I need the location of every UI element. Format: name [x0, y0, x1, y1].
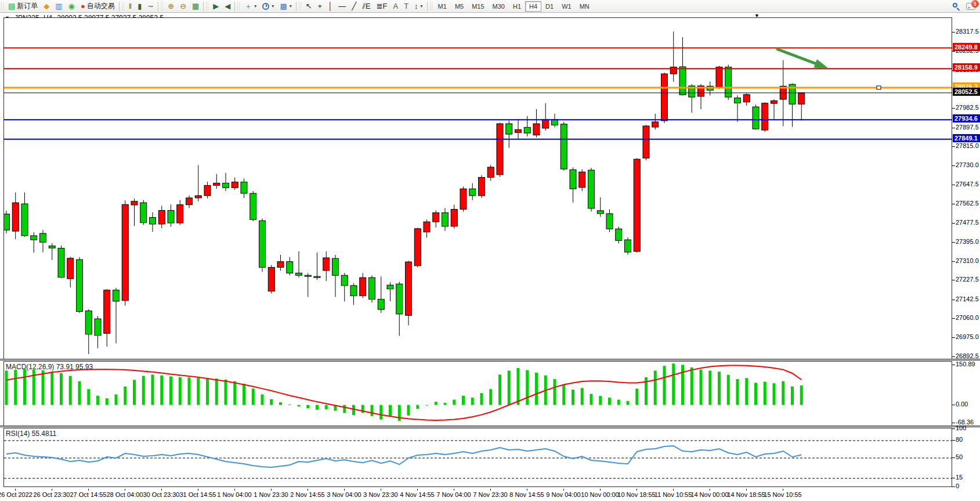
new-order-button-label: 新订单 — [17, 1, 38, 11]
candlestick — [378, 276, 384, 313]
channel-tool[interactable]: ⫽E — [359, 1, 373, 12]
tile-windows-icon[interactable]: ▦ — [189, 1, 202, 12]
search-icon[interactable] — [952, 2, 960, 10]
dropdown-caret-icon[interactable]: ▾ — [254, 3, 256, 9]
macd-bar — [243, 384, 245, 405]
toolbar-grip[interactable] — [205, 2, 209, 11]
zoom-in-icon[interactable]: ⊕ — [165, 1, 177, 12]
toolbar-grip[interactable] — [160, 2, 164, 11]
candlestick — [424, 219, 430, 237]
macd-bar — [60, 373, 63, 405]
tf-m5[interactable]: M5 — [451, 1, 468, 12]
rsi-chart[interactable] — [4, 428, 952, 486]
pane-separator[interactable] — [0, 359, 980, 361]
tf-w1[interactable]: W1 — [558, 1, 576, 12]
price-pane[interactable] — [3, 17, 952, 359]
macd-bar — [252, 388, 255, 405]
macd-bar — [498, 374, 501, 405]
macd-pane[interactable] — [3, 361, 952, 426]
macd-bar — [151, 374, 154, 405]
candlestick — [469, 183, 476, 200]
candlestick — [95, 316, 101, 348]
text-label-tool[interactable]: T — [401, 1, 411, 12]
candlestick — [250, 191, 256, 221]
tf-m1[interactable]: M1 — [434, 1, 451, 12]
new-order-button[interactable]: ▤新订单 — [5, 1, 41, 12]
trendline-tool[interactable]: ╱ — [349, 1, 359, 12]
toolbar-grip[interactable] — [121, 2, 125, 11]
candlestick — [12, 192, 19, 239]
bar-chart-icon[interactable]: ‖ — [126, 1, 135, 12]
candlestick — [634, 158, 640, 253]
time-tick-label: 7 Nov 23:30 — [473, 491, 507, 498]
candlestick — [552, 114, 558, 128]
macd-bar — [316, 405, 319, 410]
macd-bar — [343, 405, 346, 413]
zoom-out-icon-glyph: ⊖ — [180, 2, 186, 10]
sound-icon[interactable]: ◆ — [41, 1, 52, 12]
candlestick — [58, 246, 64, 278]
candlestick — [323, 251, 330, 281]
chart-shift-icon[interactable]: ◀ — [222, 1, 233, 12]
tf-h4[interactable]: H4 — [525, 1, 541, 12]
line-handle[interactable] — [877, 86, 881, 89]
news-icon[interactable]: ◉ — [66, 1, 78, 12]
zoom-out-icon[interactable]: ⊖ — [177, 1, 189, 12]
tf-mn[interactable]: MN — [576, 1, 594, 12]
candlestick — [533, 109, 540, 138]
text-tool[interactable]: A — [390, 1, 401, 12]
dropdown-caret-icon[interactable]: ▾ — [272, 3, 274, 9]
time-axis[interactable]: 26 Oct 202226 Oct 23:3027 Oct 14:5528 Oc… — [0, 489, 980, 501]
pane-separator[interactable] — [0, 426, 980, 427]
candlestick — [150, 212, 156, 232]
price-tick-label: 26975.0 — [956, 333, 979, 340]
macd-chart[interactable] — [4, 362, 952, 426]
macd-bar — [124, 387, 126, 405]
time-tick-label: 10 Nov 00:00 — [581, 491, 619, 498]
candlestick — [131, 199, 138, 226]
macd-bar — [727, 375, 730, 405]
dropdown-caret-icon[interactable]: ▾ — [421, 3, 423, 9]
fibonacci-tool[interactable]: ≣F — [374, 1, 390, 12]
macd-bar — [617, 399, 620, 405]
tf-d1[interactable]: D1 — [541, 1, 558, 12]
templates-button[interactable]: ▩▾ — [277, 1, 294, 12]
horizontal-line-tool[interactable]: — — [335, 1, 349, 12]
rsi-axis-label: 50 — [956, 453, 963, 460]
rsi-pane[interactable] — [3, 428, 952, 487]
candlestick — [232, 178, 238, 190]
toolbar-grip[interactable] — [429, 2, 433, 11]
toolbar-grip[interactable] — [237, 2, 241, 11]
arrow-annotation[interactable] — [776, 49, 829, 69]
tf-m30[interactable]: M30 — [489, 1, 509, 12]
arrows-tool[interactable]: ↕▾ — [411, 1, 426, 12]
time-tick-label: 8 Nov 14:55 — [509, 491, 544, 498]
macd-axis-label: 0.00 — [956, 401, 968, 408]
data-window-icon[interactable]: ▥ — [52, 1, 65, 12]
line-chart-icon[interactable]: ∼ — [144, 1, 157, 12]
candlestick-chart[interactable] — [4, 18, 952, 359]
candlestick — [543, 103, 549, 131]
tf-h1[interactable]: H1 — [509, 1, 525, 12]
auto-scroll-icon[interactable]: ▶ — [210, 1, 222, 12]
chat-icon[interactable]: 1 — [966, 3, 975, 10]
rsi-axis-label: 15 — [956, 474, 963, 481]
macd-bar — [197, 378, 200, 405]
crosshair-tool[interactable]: + — [315, 1, 326, 12]
toolbar-grip[interactable] — [1, 2, 5, 11]
candlestick — [195, 165, 201, 201]
autotrading-button[interactable]: ●自动交易 — [78, 1, 118, 12]
vertical-line-tool[interactable]: │ — [325, 1, 335, 12]
candlestick — [606, 210, 613, 232]
cursor-tool-glyph: ↖ — [306, 2, 312, 10]
candlestick-chart-icon[interactable]: ▮ — [135, 1, 144, 12]
tf-m15[interactable]: M15 — [468, 1, 488, 12]
macd-bar — [635, 388, 638, 405]
dropdown-caret-icon[interactable]: ▾ — [290, 3, 292, 9]
indicators-button[interactable]: ＋▾ — [241, 1, 259, 12]
periods-button[interactable]: ▾ — [259, 1, 277, 12]
toolbar-grip[interactable] — [298, 2, 302, 11]
cursor-tool[interactable]: ↖ — [303, 1, 315, 12]
price-line-label: 28249.8 — [953, 43, 980, 51]
chart-window[interactable]: ▼ JPN225-,H4 28002.5 28077.5 27927.5 280… — [0, 13, 980, 501]
